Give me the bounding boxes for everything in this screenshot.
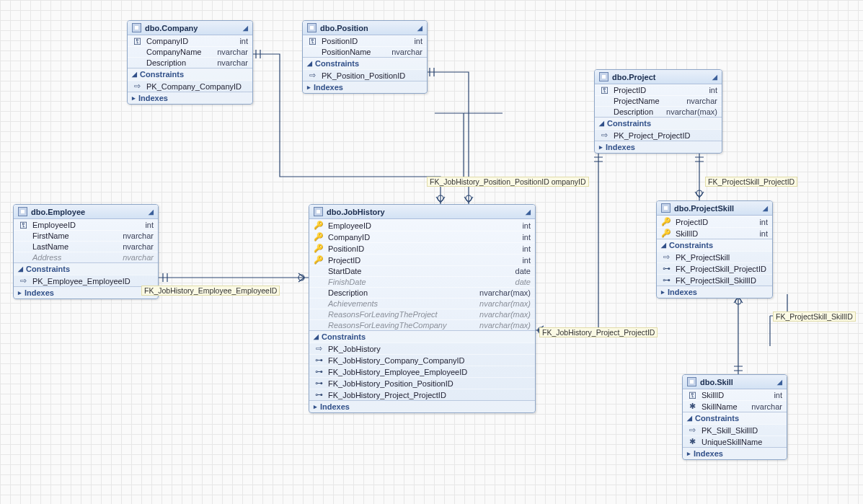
column-name: Description [146,58,213,67]
collapse-icon[interactable]: ◢ [243,25,248,32]
table-project[interactable]: dbo.Project◢ ⚿ProjectIDintProjectNamenva… [594,69,722,154]
indexes-section[interactable]: ▸Indexes [309,400,535,412]
column-name: EmployeeID [328,221,518,230]
column-row[interactable]: PositionNamenvarchar [303,46,427,57]
column-row[interactable]: Achievementsnvarchar(max) [309,298,535,309]
table-title: dbo.Company [145,24,198,32]
column-name: ProjectName [614,97,682,105]
constraints-section[interactable]: ◢Constraints [595,117,722,129]
table-position[interactable]: dbo.Position◢ ⚿PositionIDintPositionName… [302,20,428,94]
constraints: ⇨PK_Position_PositionID [303,69,427,81]
indexes-section[interactable]: ▸Indexes [303,81,427,93]
table-header[interactable]: dbo.ProjectSkill◢ [657,201,772,216]
indexes-section[interactable]: ▸Indexes [128,92,252,104]
indexes-section[interactable]: ▸Indexes [595,141,722,153]
column-row[interactable]: ⚿ProjectIDint [595,84,722,95]
constraint-row[interactable]: ⊶FK_ProjectSkill_SkillID [657,274,772,286]
constraint-row[interactable]: ⇨PK_Employee_EmployeeID [14,275,158,286]
constraint-row[interactable]: ⊶FK_JobHistory_Project_ProjectID [309,389,535,400]
constraint-row[interactable]: ⇨PK_JobHistory [309,342,535,354]
column-name: ProjectID [614,86,704,94]
column-row[interactable]: FirstNamenvarchar [14,230,158,241]
column-type: int [522,233,531,242]
column-row[interactable]: LastNamenvarchar [14,241,158,252]
column-row[interactable]: ✱SkillNamenvarchar [683,400,787,412]
column-row[interactable]: Addressnvarchar [14,252,158,262]
column-name: FirstName [32,231,118,240]
column-name: ProjectID [328,256,518,265]
constraint-row[interactable]: ⊶FK_JobHistory_Company_CompanyID [309,354,535,366]
table-skill[interactable]: dbo.Skill◢ ⚿SkillIDint✱SkillNamenvarchar… [682,374,787,460]
column-row[interactable]: StartDatedate [309,265,535,276]
constraints-section[interactable]: ◢Constraints [683,412,787,424]
table-company[interactable]: dbo.Company◢ ⚿CompanyIDintCompanyNamenva… [127,20,253,105]
constraint-row[interactable]: ⊶FK_ProjectSkill_ProjectID [657,262,772,274]
table-header[interactable]: dbo.Employee◢ [14,205,158,219]
table-header[interactable]: dbo.Position◢ [303,21,427,35]
column-row[interactable]: ⚿EmployeeIDint [14,219,158,230]
column-row[interactable]: Descriptionnvarchar(max) [595,106,722,117]
table-header[interactable]: dbo.JobHistory◢ [309,205,535,219]
indexes-section[interactable]: ▸Indexes [683,447,787,459]
column-row[interactable]: ⚿PositionIDint [303,35,427,46]
constraint-row[interactable]: ⇨PK_Position_PositionID [303,69,427,81]
column-row[interactable]: 🔑ProjectIDint [309,254,535,265]
column-row[interactable]: CompanyNamenvarchar [128,46,252,57]
constraints-section[interactable]: ◢Constraints [14,262,158,275]
collapse-icon[interactable]: ◢ [712,74,717,81]
column-icon: 🔑 [661,217,671,226]
column-row[interactable]: ReasonsForLeavingTheCompanynvarchar(max) [309,319,535,330]
column-icon: 🔑 [314,221,324,230]
constraint-name: FK_JobHistory_Employee_EmployeeID [328,368,531,376]
constraint-row[interactable]: ⇨PK_Skill_SkillID [683,424,787,436]
table-icon [661,203,671,213]
constraints-section[interactable]: ◢Constraints [128,68,252,80]
constraints-section[interactable]: ◢Constraints [303,57,427,69]
column-row[interactable]: Descriptionnvarchar [128,57,252,68]
table-employee[interactable]: dbo.Employee◢ ⚿EmployeeIDintFirstNamenva… [13,204,159,299]
indexes-section[interactable]: ▸Indexes [657,286,772,298]
collapse-icon[interactable]: ◢ [763,205,768,212]
constraint-name: PK_Skill_SkillID [702,426,782,435]
column-type: int [522,256,531,265]
constraint-row[interactable]: ✱UniqueSkillName [683,436,787,447]
column-row[interactable]: ⚿CompanyIDint [128,35,252,46]
column-row[interactable]: ProjectNamenvarchar [595,95,722,106]
table-title: dbo.Position [320,24,368,32]
constraints-section[interactable]: ◢Constraints [309,330,535,342]
column-row[interactable]: 🔑ProjectIDint [657,216,772,227]
constraint-name: PK_Project_ProjectID [614,131,717,140]
columns: ⚿SkillIDint✱SkillNamenvarchar [683,389,787,412]
collapse-icon[interactable]: ◢ [777,379,782,386]
column-row[interactable]: Descriptionnvarchar(max) [309,287,535,298]
constraints-section[interactable]: ◢Constraints [657,239,772,251]
collapse-icon[interactable]: ◢ [526,208,531,216]
column-row[interactable]: 🔑SkillIDint [657,227,772,239]
constraint-row[interactable]: ⇨PK_Company_CompanyID [128,80,252,92]
constraint-icon: ⊶ [661,275,671,285]
table-projectskill[interactable]: dbo.ProjectSkill◢ 🔑ProjectIDint🔑SkillIDi… [656,200,773,299]
table-header[interactable]: dbo.Skill◢ [683,375,787,389]
constraint-row[interactable]: ⊶FK_JobHistory_Employee_EmployeeID [309,366,535,377]
table-header[interactable]: dbo.Company◢ [128,21,252,35]
column-icon: ✱ [687,402,697,411]
constraint-row[interactable]: ⇨PK_Project_ProjectID [595,129,722,141]
constraint-row[interactable]: ⊶FK_JobHistory_Position_PositionID [309,377,535,389]
column-row[interactable]: 🔑CompanyIDint [309,231,535,242]
constraint-row[interactable]: ⇨PK_ProjectSkill [657,251,772,262]
column-row[interactable]: 🔑EmployeeIDint [309,219,535,231]
collapse-icon[interactable]: ◢ [149,208,154,216]
indexes-section[interactable]: ▸Indexes [14,286,158,299]
constraints: ⇨PK_Project_ProjectID [595,129,722,141]
table-header[interactable]: dbo.Project◢ [595,70,722,84]
collapse-icon[interactable]: ◢ [417,25,422,32]
column-name: CompanyName [146,48,213,56]
column-row[interactable]: 🔑PositionIDint [309,242,535,254]
constraints: ⇨PK_Skill_SkillID✱UniqueSkillName [683,424,787,447]
column-row[interactable]: FinishDatedate [309,276,535,287]
column-row[interactable]: ReasonsForLeavingTheProjectnvarchar(max) [309,309,535,319]
table-icon [307,23,317,32]
column-row[interactable]: ⚿SkillIDint [683,389,787,400]
table-jobhistory[interactable]: dbo.JobHistory◢ 🔑EmployeeIDint🔑CompanyID… [309,204,536,413]
column-name: Achievements [328,299,475,308]
